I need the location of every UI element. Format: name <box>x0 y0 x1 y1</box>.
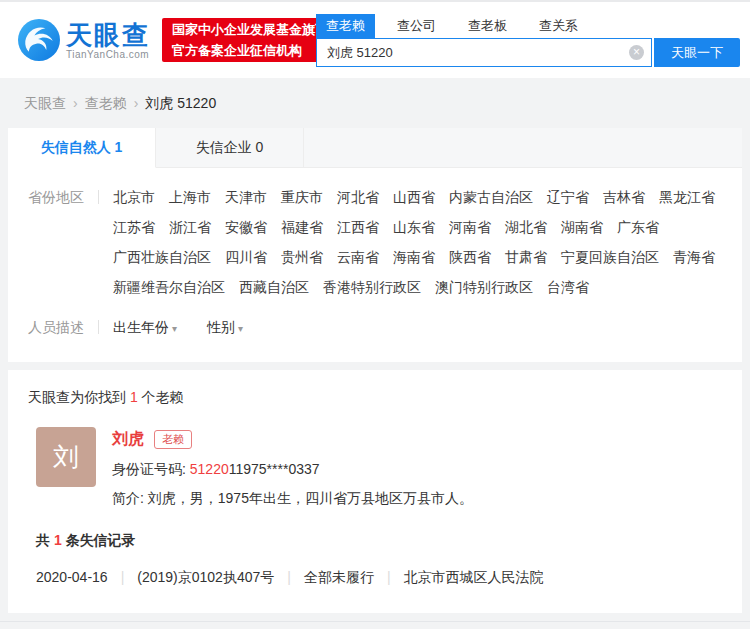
province-option[interactable]: 新疆维吾尔自治区 <box>113 276 225 298</box>
person-filter-dropdown[interactable]: 性别▾ <box>207 316 243 340</box>
search-input[interactable] <box>316 38 652 67</box>
search-tab[interactable]: 查老板 <box>458 14 517 38</box>
footer: 天眼查 TianYanCha.com 本版块基于权威公示信息提供，仅供参考。用户… <box>0 621 750 629</box>
breadcrumb: 天眼查›查老赖›刘虎 51220 <box>0 78 750 128</box>
province-option[interactable]: 山西省 <box>393 186 435 208</box>
province-option[interactable]: 江西省 <box>337 216 379 238</box>
person-name[interactable]: 刘虎 <box>112 429 144 450</box>
result-tabs: 失信自然人 1失信企业 0 <box>8 128 742 168</box>
record-count-prefix: 共 <box>36 532 50 548</box>
province-option[interactable]: 北京市 <box>113 186 155 208</box>
divider: | <box>121 569 125 585</box>
intro-label: 简介: <box>112 490 144 506</box>
record-row: 2020-04-16|(2019)京0102执407号|全部未履行|北京市西城区… <box>36 569 722 587</box>
logo-text: 天眼查 TianYanCha.com <box>66 21 150 60</box>
province-option[interactable]: 黑龙江省 <box>659 186 715 208</box>
logo-subtitle: TianYanCha.com <box>66 49 150 60</box>
province-option[interactable]: 云南省 <box>337 246 379 268</box>
province-option[interactable]: 贵州省 <box>281 246 323 268</box>
province-option[interactable]: 浙江省 <box>169 216 211 238</box>
province-option[interactable]: 吉林省 <box>603 186 645 208</box>
province-option[interactable]: 河南省 <box>449 216 491 238</box>
person-id-row: 身份证号码: 5122011975****0337 <box>112 461 473 479</box>
breadcrumb-separator: › <box>134 95 139 111</box>
search-tab[interactable]: 查公司 <box>387 14 446 38</box>
filter-body: 省份地区 北京市上海市天津市重庆市河北省山西省内蒙古自治区辽宁省吉林省黑龙江省江… <box>8 168 742 362</box>
province-option[interactable]: 安徽省 <box>225 216 267 238</box>
province-option[interactable]: 内蒙古自治区 <box>449 186 533 208</box>
person-filter-label: 人员描述 <box>28 316 84 338</box>
chevron-down-icon: ▾ <box>238 323 243 334</box>
result-tab-1[interactable]: 失信企业 0 <box>156 128 304 167</box>
search-tab[interactable]: 查老赖 <box>316 14 375 38</box>
province-option[interactable]: 台湾省 <box>547 276 589 298</box>
id-rest: 11975****0337 <box>229 461 320 477</box>
id-label: 身份证号码: <box>112 461 186 477</box>
search-tab[interactable]: 查关系 <box>529 14 588 38</box>
province-option[interactable]: 福建省 <box>281 216 323 238</box>
person-dropdowns: 出生年份▾性别▾ <box>113 316 243 340</box>
certification-badge-line1: 国家中小企业发展基金旗下 <box>172 19 328 40</box>
province-filter-row: 省份地区 北京市上海市天津市重庆市河北省山西省内蒙古自治区辽宁省吉林省黑龙江省江… <box>28 186 734 298</box>
province-option[interactable]: 湖南省 <box>561 216 603 238</box>
search-tabs: 查老赖查公司查老板查关系 <box>316 14 740 38</box>
record-date: 2020-04-16 <box>36 569 108 585</box>
laolai-badge: 老赖 <box>154 430 192 449</box>
province-option[interactable]: 重庆市 <box>281 186 323 208</box>
province-option[interactable]: 湖北省 <box>505 216 547 238</box>
summary-count: 1 <box>130 389 138 405</box>
province-option[interactable]: 甘肃省 <box>505 246 547 268</box>
intro-text: 刘虎，男，1975年出生，四川省万县地区万县市人。 <box>148 490 473 506</box>
tianyancha-logo[interactable]: 天眼查 TianYanCha.com <box>18 19 150 61</box>
divider <box>98 320 99 334</box>
page: 天眼查 TianYanCha.com 国家中小企业发展基金旗下 官方备案企业征信… <box>0 0 750 629</box>
filter-card: 失信自然人 1失信企业 0 省份地区 北京市上海市天津市重庆市河北省山西省内蒙古… <box>8 128 742 362</box>
divider: | <box>387 569 391 585</box>
province-option[interactable]: 西藏自治区 <box>239 276 309 298</box>
search-button[interactable]: 天眼一下 <box>654 38 740 67</box>
divider: | <box>287 569 291 585</box>
person-name-row: 刘虎 老赖 <box>112 429 473 450</box>
province-option[interactable]: 天津市 <box>225 186 267 208</box>
search-row: × 天眼一下 <box>316 38 740 67</box>
province-option[interactable]: 海南省 <box>393 246 435 268</box>
province-option[interactable]: 宁夏回族自治区 <box>561 246 659 268</box>
person-detail: 刘虎 老赖 身份证号码: 5122011975****0337 简介: 刘虎，男… <box>112 427 473 508</box>
tianyancha-logo-icon <box>18 19 60 61</box>
person-filter-dropdown[interactable]: 出生年份▾ <box>113 316 177 340</box>
result-tab-0[interactable]: 失信自然人 1 <box>8 128 156 168</box>
record-rows: 2020-04-16|(2019)京0102执407号|全部未履行|北京市西城区… <box>8 569 742 587</box>
record-count-number: 1 <box>54 532 62 548</box>
avatar[interactable]: 刘 <box>36 427 96 487</box>
province-option[interactable]: 广西壮族自治区 <box>113 246 211 268</box>
certification-badge: 国家中小企业发展基金旗下 官方备案企业征信机构 <box>162 18 338 62</box>
record-count-suffix: 条失信记录 <box>66 532 136 548</box>
header: 天眼查 TianYanCha.com 国家中小企业发展基金旗下 官方备案企业征信… <box>0 0 750 78</box>
record-case-number: (2019)京0102执407号 <box>137 569 274 585</box>
province-option[interactable]: 澳门特别行政区 <box>435 276 533 298</box>
province-option[interactable]: 青海省 <box>673 246 715 268</box>
result-summary: 天眼查为你找到 1 个老赖 <box>8 370 742 413</box>
record-court: 北京市西城区人民法院 <box>404 569 544 585</box>
logo-title: 天眼查 <box>66 21 150 49</box>
result-card: 天眼查为你找到 1 个老赖 刘 刘虎 老赖 身份证号码: 5122011975*… <box>8 370 742 613</box>
province-option[interactable]: 广东省 <box>617 216 659 238</box>
certification-badge-line2: 官方备案企业征信机构 <box>172 40 328 61</box>
breadcrumb-link[interactable]: 查老赖 <box>85 95 127 111</box>
province-filter-label: 省份地区 <box>28 186 84 208</box>
clear-icon[interactable]: × <box>629 45 644 60</box>
search-input-wrap: × <box>316 38 652 67</box>
breadcrumb-link[interactable]: 天眼查 <box>24 95 66 111</box>
id-highlight: 51220 <box>190 461 229 477</box>
record-status: 全部未履行 <box>304 569 374 585</box>
province-option[interactable]: 辽宁省 <box>547 186 589 208</box>
province-option[interactable]: 河北省 <box>337 186 379 208</box>
province-option[interactable]: 香港特别行政区 <box>323 276 421 298</box>
province-option[interactable]: 四川省 <box>225 246 267 268</box>
province-option[interactable]: 上海市 <box>169 186 211 208</box>
province-option[interactable]: 江苏省 <box>113 216 155 238</box>
summary-prefix: 天眼查为你找到 <box>28 389 126 405</box>
province-option[interactable]: 陕西省 <box>449 246 491 268</box>
province-option[interactable]: 山东省 <box>393 216 435 238</box>
person-result-item: 刘 刘虎 老赖 身份证号码: 5122011975****0337 简介: 刘虎… <box>8 413 742 508</box>
